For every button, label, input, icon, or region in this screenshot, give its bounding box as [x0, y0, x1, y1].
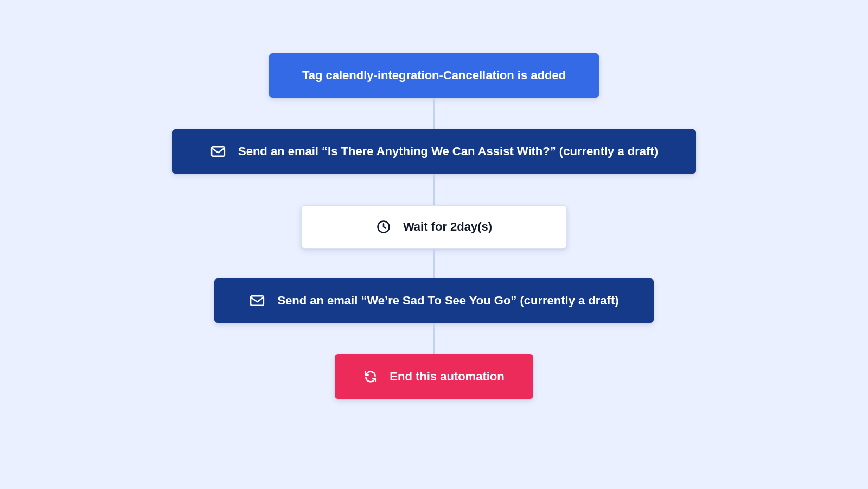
connector [433, 98, 435, 129]
trigger-label: Tag calendly-integration-Cancellation is… [302, 68, 566, 82]
clock-icon [376, 219, 391, 234]
wait-label: Wait for 2day(s) [403, 220, 492, 234]
action-label: Send an email “We’re Sad To See You Go” … [277, 294, 618, 308]
trigger-node[interactable]: Tag calendly-integration-Cancellation is… [269, 53, 599, 98]
svg-rect-2 [251, 296, 264, 306]
end-label: End this automation [390, 370, 504, 384]
automation-flow: Tag calendly-integration-Cancellation is… [172, 0, 696, 399]
svg-rect-0 [212, 147, 225, 156]
envelope-icon [210, 143, 226, 160]
refresh-icon [363, 370, 378, 384]
action-node-send-email-1[interactable]: Send an email “Is There Anything We Can … [172, 129, 696, 174]
wait-node[interactable]: Wait for 2day(s) [301, 205, 567, 249]
end-node[interactable]: End this automation [335, 354, 533, 399]
action-label: Send an email “Is There Anything We Can … [238, 144, 658, 158]
connector [433, 174, 435, 205]
envelope-icon [249, 293, 265, 309]
connector [433, 323, 435, 354]
connector [433, 249, 435, 278]
action-node-send-email-2[interactable]: Send an email “We’re Sad To See You Go” … [214, 278, 654, 323]
